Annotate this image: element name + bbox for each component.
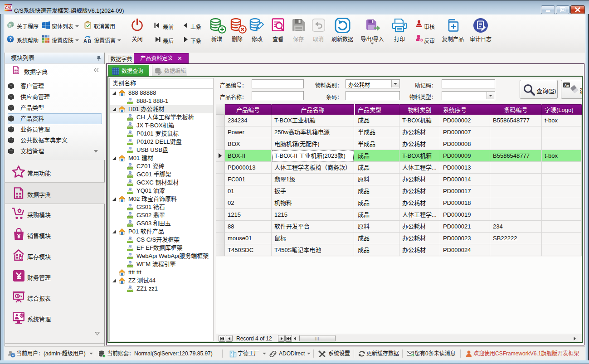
svg-text:?: ? xyxy=(9,36,12,42)
svg-text:Aa: Aa xyxy=(564,83,569,87)
svg-text:A: A xyxy=(83,38,87,44)
svg-text:C/S: C/S xyxy=(5,5,11,10)
svg-text:B: B xyxy=(88,39,92,44)
svg-text:?: ? xyxy=(9,23,11,28)
